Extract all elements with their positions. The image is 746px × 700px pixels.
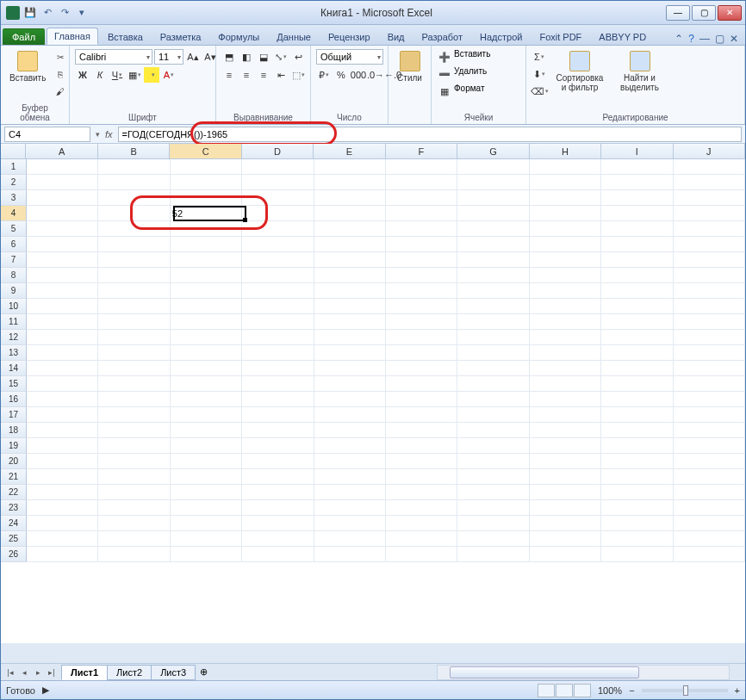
cell[interactable] [530,268,601,283]
align-left-icon[interactable]: ≡ [221,67,237,83]
cell[interactable] [242,531,314,547]
cell[interactable] [457,314,529,330]
cell[interactable] [27,221,98,237]
cell[interactable] [27,159,98,175]
cell[interactable] [674,237,745,252]
cell[interactable] [27,438,98,454]
close-button[interactable]: ✕ [718,5,742,21]
cell[interactable] [242,314,314,330]
cell[interactable] [27,345,98,361]
row-header-6[interactable]: 6 [1,237,27,252]
col-header-G[interactable]: G [457,144,529,158]
cell[interactable] [386,485,457,500]
cell[interactable] [242,392,314,407]
cell[interactable] [242,299,314,314]
row-header-17[interactable]: 17 [1,407,27,423]
row-header-7[interactable]: 7 [1,252,27,268]
cell[interactable] [171,361,242,376]
row-header-19[interactable]: 19 [1,438,27,454]
cell[interactable] [674,516,745,531]
sort-filter-button[interactable]: Сортировка и фильтр [550,49,609,94]
cell[interactable] [171,392,242,407]
cell[interactable] [98,314,170,330]
cell[interactable] [314,252,386,268]
cell[interactable] [601,438,673,454]
cell[interactable] [98,423,170,438]
cell[interactable] [601,330,673,345]
cell[interactable] [171,190,242,206]
insert-cells-label[interactable]: Вставить [454,49,490,65]
cell[interactable] [314,407,386,423]
col-header-C[interactable]: C [170,144,241,158]
cell[interactable] [386,299,457,314]
paste-button[interactable]: Вставить [6,49,49,84]
col-header-J[interactable]: J [674,144,745,158]
bold-button[interactable]: Ж [75,67,90,83]
view-pagebreak-icon[interactable] [574,684,591,697]
cell[interactable] [242,361,314,376]
cell[interactable] [171,516,242,531]
inc-decimal-icon[interactable]: .0→ [368,67,383,83]
cell[interactable] [457,485,529,500]
cell[interactable] [242,485,314,500]
cell[interactable] [530,531,601,547]
cell[interactable] [314,531,386,547]
cell[interactable] [242,175,314,190]
cell[interactable] [530,485,601,500]
orientation-icon[interactable]: ⤡ [273,49,289,65]
cell[interactable] [27,283,98,299]
cell[interactable] [601,361,673,376]
cell[interactable] [314,500,386,516]
cell[interactable] [314,345,386,361]
wrap-text-icon[interactable]: ↩ [290,49,306,65]
cell[interactable] [242,516,314,531]
cell[interactable] [171,252,242,268]
maximize-button[interactable]: ▢ [692,5,716,21]
indent-dec-icon[interactable]: ⇤ [273,67,289,83]
cell[interactable] [98,392,170,407]
cell[interactable] [386,392,457,407]
hscroll-thumb[interactable] [450,666,639,678]
cell[interactable] [601,547,673,562]
cell[interactable] [386,438,457,454]
cell[interactable] [386,252,457,268]
row-header-15[interactable]: 15 [1,376,27,392]
cell[interactable] [601,237,673,252]
cell[interactable] [674,299,745,314]
delete-cells-icon[interactable]: ➖ [437,66,452,82]
cell[interactable] [242,190,314,206]
cell[interactable] [171,500,242,516]
col-header-A[interactable]: A [26,144,97,158]
macro-record-icon[interactable]: ▶ [42,685,49,696]
cell[interactable] [674,314,745,330]
cell[interactable] [386,237,457,252]
cell[interactable] [171,175,242,190]
zoom-slider[interactable] [642,689,728,692]
cell[interactable] [674,252,745,268]
cell[interactable] [457,376,529,392]
cell[interactable] [530,392,601,407]
cell[interactable] [242,547,314,562]
cell[interactable] [314,237,386,252]
tab-view[interactable]: Вид [380,28,413,45]
cell[interactable] [674,190,745,206]
format-cells-icon[interactable]: ▦ [437,84,452,99]
cell[interactable] [27,392,98,407]
cell[interactable] [386,345,457,361]
cell[interactable] [601,299,673,314]
cell[interactable] [27,423,98,438]
tab-foxit[interactable]: Foxit PDF [532,28,589,45]
cell[interactable] [27,299,98,314]
cell[interactable] [457,392,529,407]
row-header-2[interactable]: 2 [1,175,27,190]
format-cells-label[interactable]: Формат [454,84,485,99]
name-box-dropdown-icon[interactable]: ▾ [96,130,100,139]
cell[interactable] [386,159,457,175]
cell[interactable] [27,454,98,469]
cell[interactable] [601,159,673,175]
align-top-icon[interactable]: ⬒ [221,49,237,65]
cell[interactable] [386,547,457,562]
cell[interactable] [314,547,386,562]
percent-icon[interactable]: % [333,67,349,83]
formula-input[interactable]: =ГОД(СЕГОДНЯ())-1965 [118,127,742,142]
